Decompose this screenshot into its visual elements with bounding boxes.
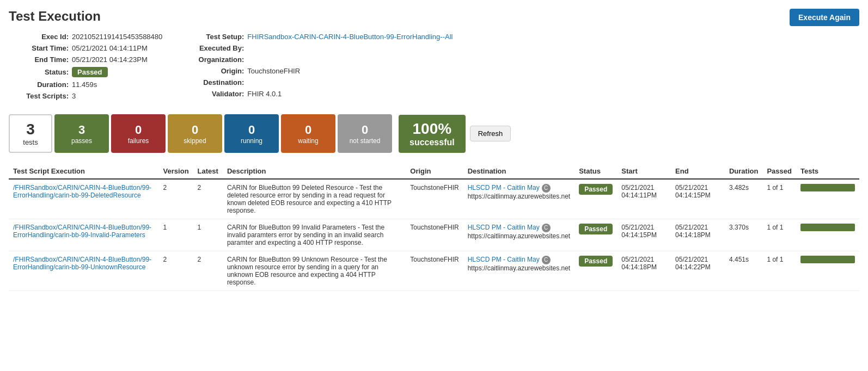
passes-label: passes [71,137,92,145]
cell-passed-1: 1 of 1 [762,219,796,251]
col-origin: Origin [406,164,463,179]
end-time-value: 05/21/2021 04:14:23PM [72,55,148,64]
cell-start-0: 05/21/2021 04:14:11PM [617,179,671,219]
cell-script-1: /FHIRSandbox/CARIN/CARIN-4-BlueButton/99… [9,219,159,251]
test-scripts-value: 3 [72,92,76,100]
destination-url-1: https://caitlinmay.azurewebsites.net [468,232,571,240]
cell-script-0: /FHIRSandbox/CARIN/CARIN-4-BlueButton/99… [9,179,159,219]
summary-passes: 3 passes [54,114,109,153]
start-time-label: Start Time: [9,44,69,52]
success-block: 100% successful [399,115,466,153]
cell-passed-0: 1 of 1 [762,179,796,219]
col-duration: Duration [725,164,762,179]
col-latest: Latest [193,164,223,179]
cell-version-1: 1 [159,219,193,251]
notstarted-label: not started [350,137,381,145]
col-destination: Destination [463,164,575,179]
cell-latest-0: 2 [193,179,223,219]
failures-label: failures [128,137,149,145]
test-setup-link[interactable]: FHIRSandbox-CARIN-CARIN-4-BlueButton-99-… [247,33,453,41]
status-badge-2: Passed [579,256,613,267]
waiting-num: 0 [305,123,311,137]
summary-running: 0 running [224,114,279,153]
progress-bar-fill-0 [800,184,855,191]
table-header-row: Test Script Execution Version Latest Des… [9,164,859,179]
progress-bar-container-0 [800,184,855,191]
c-badge-2: C [542,256,551,264]
cell-version-2: 2 [159,251,193,291]
summary-skipped: 0 skipped [168,114,222,153]
skipped-num: 0 [192,123,198,137]
summary-bar: 3 tests 3 passes 0 failures 0 skipped 0 … [9,114,859,153]
status-badge-1: Passed [579,224,613,234]
start-time-value: 05/21/2021 04:14:11PM [72,44,148,52]
validator-value: FHIR 4.0.1 [247,90,282,98]
destination-link-1[interactable]: HLSCD PM - Caitlin May [468,224,540,231]
cell-destination-1: HLSCD PM - Caitlin MayC https://caitlinm… [463,219,575,251]
origin-label: Origin: [184,67,244,75]
destination-url-0: https://caitlinmay.azurewebsites.net [468,193,571,200]
refresh-button[interactable]: Refresh [470,126,511,141]
cell-status-2: Passed [574,251,617,291]
table-row: /FHIRSandbox/CARIN/CARIN-4-BlueButton/99… [9,251,859,291]
destination-url-2: https://caitlinmay.azurewebsites.net [468,264,571,272]
c-badge-1: C [542,224,551,232]
progress-bar-container-1 [800,224,855,231]
progress-bar-fill-2 [800,256,855,263]
cell-passed-2: 1 of 1 [762,251,796,291]
cell-tests-2 [796,251,859,291]
validator-label: Validator: [184,90,244,98]
cell-latest-1: 1 [193,219,223,251]
running-num: 0 [248,123,255,137]
col-script: Test Script Execution [9,164,159,179]
summary-failures: 0 failures [111,114,166,153]
cell-duration-1: 3.370s [725,219,762,251]
meta-right: Test Setup: FHIRSandbox-CARIN-CARIN-4-Bl… [184,33,453,103]
meta-left: Exec Id: 20210521191415453588480 Start T… [9,33,162,103]
destination-label: Destination: [184,78,244,86]
duration-label: Duration: [9,81,69,89]
cell-duration-0: 3.482s [725,179,762,219]
test-scripts-label: Test Scripts: [9,92,69,100]
cell-origin-0: TouchstoneFHIR [406,179,463,219]
cell-end-1: 05/21/2021 04:14:18PM [671,219,725,251]
total-label: tests [23,138,38,146]
col-version: Version [159,164,193,179]
col-start: Start [617,164,671,179]
script-link-0[interactable]: /FHIRSandbox/CARIN/CARIN-4-BlueButton/99… [13,184,151,199]
status-label: Status: [9,68,69,76]
waiting-label: waiting [298,137,318,145]
destination-link-2[interactable]: HLSCD PM - Caitlin May [468,256,540,263]
cell-description-2: CARIN for BlueButton 99 Unknown Resource… [223,251,406,291]
skipped-label: skipped [184,137,206,145]
summary-right: 100% successful Refresh [394,114,511,153]
summary-waiting: 0 waiting [281,114,335,153]
page-title: Test Execution [9,9,859,24]
script-link-2[interactable]: /FHIRSandbox/CARIN/CARIN-4-BlueButton/99… [13,256,151,271]
failures-num: 0 [135,123,142,137]
cell-origin-2: TouchstoneFHIR [406,251,463,291]
destination-link-0[interactable]: HLSCD PM - Caitlin May [468,184,540,191]
end-time-label: End Time: [9,55,69,64]
col-end: End [671,164,725,179]
progress-bar-fill-1 [800,224,855,231]
cell-tests-1 [796,219,859,251]
cell-description-0: CARIN for BlueButton 99 Deleted Resource… [223,179,406,219]
duration-value: 11.459s [72,81,97,89]
running-label: running [241,137,262,145]
c-badge-0: C [542,184,551,193]
col-status: Status [574,164,617,179]
success-pct: 100% [413,120,452,138]
cell-status-0: Passed [574,179,617,219]
organization-label: Organization: [184,55,244,64]
status-badge-0: Passed [579,184,613,195]
origin-value: TouchstoneFHIR [247,67,300,75]
col-tests: Tests [796,164,859,179]
execute-again-button[interactable]: Execute Again [790,9,859,26]
notstarted-num: 0 [362,123,368,137]
progress-bar-container-2 [800,256,855,263]
script-link-1[interactable]: /FHIRSandbox/CARIN/CARIN-4-BlueButton/99… [13,224,151,239]
cell-start-2: 05/21/2021 04:14:18PM [617,251,671,291]
cell-latest-2: 2 [193,251,223,291]
cell-description-1: CARIN for BlueButton 99 Invalid Paramete… [223,219,406,251]
